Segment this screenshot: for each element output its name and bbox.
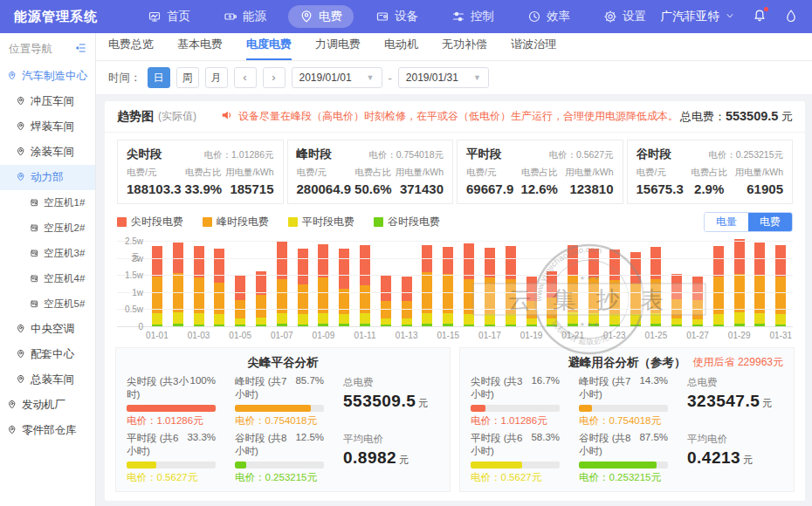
bar-slot-01-14: [417, 241, 438, 326]
tab-1[interactable]: 电费总览: [108, 37, 154, 60]
speaker-icon: [221, 109, 233, 124]
stacked-bar: [173, 243, 183, 326]
bar-segment: [214, 249, 224, 282]
next-period-button[interactable]: ›: [263, 67, 286, 88]
sidebar-item-9[interactable]: 空压机4#: [0, 266, 95, 291]
x-axis-tick: 01-29: [728, 331, 751, 340]
sidebar-item-label: 汽车制造中心: [22, 69, 87, 84]
gridline: [117, 241, 793, 242]
total-value: 0.4213元: [687, 448, 783, 468]
stacked-bar: [381, 275, 391, 326]
ratio-label: 电费占比: [185, 167, 223, 179]
nav-item-control[interactable]: 控制: [440, 5, 506, 28]
fee-label: 电费/元: [127, 167, 182, 179]
tab-3[interactable]: 电度电费: [246, 37, 292, 60]
bar-segment: [734, 239, 745, 275]
sidebar-item-7[interactable]: 空压机2#: [0, 215, 95, 241]
tab-7[interactable]: 谐波治理: [511, 37, 556, 60]
fee-label: 电费/元: [637, 167, 684, 179]
sidebar-item-3[interactable]: 焊装车间: [0, 114, 95, 140]
notifications-button[interactable]: [753, 9, 767, 25]
sidebar-item-5[interactable]: 动力部: [0, 165, 95, 190]
progress-bar: [235, 405, 324, 412]
nav-item-label: 能源: [243, 9, 266, 24]
legend-item-2[interactable]: 峰时段电费: [203, 215, 269, 229]
bar-slot-01-26: [666, 241, 687, 326]
legend-item-1[interactable]: 尖时段电费: [117, 215, 183, 229]
sidebar-item-label: 涂装车间: [31, 145, 74, 160]
topbar-right: 广汽菲亚特: [661, 9, 799, 25]
nav-item-energy[interactable]: 能源: [212, 5, 278, 28]
sidebar-item-10[interactable]: 空压机5#: [0, 291, 95, 317]
collapse-sidebar-icon[interactable]: [74, 42, 86, 57]
bar-segment: [630, 314, 641, 325]
legend-item-4[interactable]: 谷时段电费: [374, 215, 440, 229]
bar-segment: [381, 318, 391, 325]
prev-period-button[interactable]: ‹: [234, 67, 257, 88]
sidebar-item-14[interactable]: 发动机厂: [0, 393, 95, 418]
time-mode-button[interactable]: 日: [148, 67, 170, 88]
period-progress-group: 平时段 (共6小时) 33.3% 电价：0.5627元: [127, 432, 216, 484]
bar-segment: [485, 314, 495, 325]
bar-slot-01-05: 01-05: [230, 241, 251, 326]
stacked-bar: [214, 249, 224, 326]
total-unit: 元: [418, 398, 429, 408]
sidebar-item-8[interactable]: 空压机3#: [0, 241, 95, 266]
total-value: 0.8982元: [343, 448, 439, 468]
legend-item-3[interactable]: 平时段电费: [288, 215, 354, 229]
total-fee-unit: 元: [781, 110, 793, 123]
bar-segment: [464, 314, 474, 325]
toggle-energy-option[interactable]: 电量: [705, 213, 748, 231]
savings-badge: 使用后省 229963元: [693, 355, 783, 370]
nav-item-device[interactable]: 设备: [364, 5, 430, 28]
nav-item-settings[interactable]: 设置: [592, 5, 657, 28]
water-drop-button[interactable]: [784, 9, 798, 25]
y-axis-tick: 2.5w: [117, 236, 143, 246]
tenant-selector[interactable]: 广汽菲亚特: [661, 9, 736, 24]
location-pin-icon: [16, 349, 27, 360]
stacked-bar: [547, 271, 557, 326]
energy-value: 185715: [225, 181, 273, 196]
bar-segment: [485, 248, 495, 277]
sidebar-item-1[interactable]: 汽车制造中心: [0, 64, 95, 89]
time-mode-button[interactable]: 周: [176, 67, 199, 88]
bars-container: 01-0101-0301-0501-0701-0901-1101-1301-15…: [147, 241, 791, 326]
bar-segment: [692, 277, 703, 300]
location-pin-icon: [16, 374, 27, 386]
gridline: [117, 258, 793, 259]
nav-item-efficiency[interactable]: 效率: [516, 5, 581, 28]
end-date-select[interactable]: 2019/01/31 ▼: [398, 67, 489, 88]
period-card-4: 谷时段 电价：0.253215元 电费/元15675.3 电费占比2.9% 用电…: [627, 140, 794, 204]
sidebar-item-15[interactable]: 零件部仓库: [0, 418, 95, 443]
tab-6[interactable]: 无功补偿: [442, 37, 487, 60]
tab-5[interactable]: 电动机: [384, 37, 418, 60]
sidebar-item-12[interactable]: 配套中心: [0, 342, 95, 367]
nav-item-home[interactable]: 首页: [136, 5, 202, 28]
nav-item-fee[interactable]: 电费: [288, 5, 354, 28]
sidebar-item-label: 空压机1#: [44, 196, 85, 209]
toggle-fee-option[interactable]: 电费: [748, 213, 792, 231]
tab-4[interactable]: 力调电费: [315, 37, 361, 60]
progress-fill: [579, 405, 592, 412]
settings-icon: [603, 10, 617, 24]
total-value: 323547.5元: [687, 392, 783, 411]
time-mode-button[interactable]: 月: [205, 67, 228, 88]
bar-segment: [526, 318, 537, 325]
start-date-select[interactable]: 2019/01/01 ▼: [292, 67, 382, 88]
tab-2[interactable]: 基本电费: [177, 37, 223, 60]
fee-tabs: 电费总览基本电费电度电费力调电费电动机无功补偿谐波治理: [96, 33, 812, 61]
bar-segment: [547, 297, 557, 318]
bar-segment: [194, 313, 204, 325]
fee-value: 15675.3: [637, 181, 684, 196]
period-price: 电价：1.01286元: [471, 414, 560, 427]
bar-segment: [568, 245, 578, 275]
sidebar-item-4[interactable]: 涂装车间: [0, 140, 95, 165]
sidebar-item-6[interactable]: 空压机1#: [0, 190, 95, 215]
sidebar-item-2[interactable]: 冲压车间: [0, 89, 95, 114]
bar-segment: [692, 319, 703, 325]
period-percent: 12.5%: [295, 432, 324, 458]
sidebar-item-13[interactable]: 总装车间: [0, 367, 95, 393]
bar-segment: [443, 313, 453, 324]
bar-slot-01-25: 01-25: [646, 241, 667, 326]
sidebar-item-11[interactable]: 中央空调: [0, 317, 95, 342]
